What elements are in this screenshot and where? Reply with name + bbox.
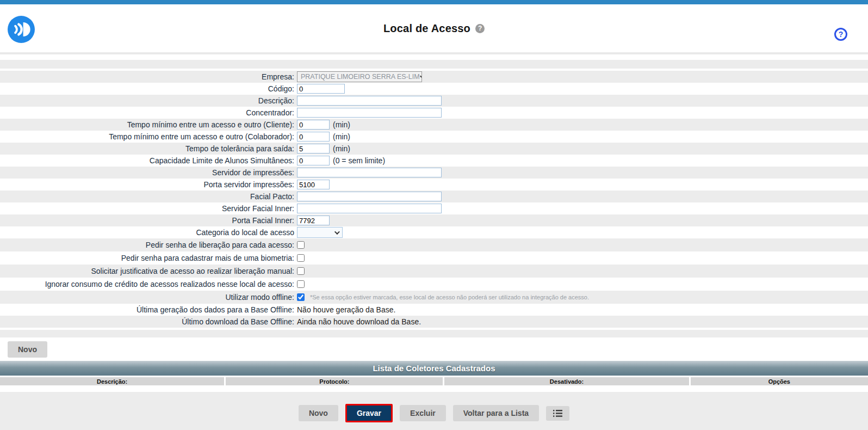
form-row-modo-offline: Utilizar modo offline: *Se essa opção es… xyxy=(0,291,868,304)
ignorar-credito-checkbox[interactable] xyxy=(297,280,305,288)
chevron-down-icon xyxy=(334,229,340,235)
porta-facial-inner-input[interactable] xyxy=(297,216,330,225)
senha-liberacao-label: Pedir senha de liberação para cada acess… xyxy=(0,241,297,249)
top-accent-bar xyxy=(0,0,868,4)
empresa-select[interactable]: PRATIQUE LIMOEIRO SERRA ES-LIM xyxy=(297,71,422,82)
descricao-label: Descrição: xyxy=(0,96,297,105)
facial-pacto-label: Facial Pacto: xyxy=(0,192,297,201)
form-row-senha-biometria: Pedir senha para cadastrar mais de uma b… xyxy=(0,251,868,265)
form-row-servidor-impressoes: Servidor de impressões: xyxy=(0,167,868,179)
empty-row-top xyxy=(0,60,868,69)
categoria-select[interactable] xyxy=(297,227,343,238)
ultima-geracao-value: Não houve geração da Base. xyxy=(297,305,395,314)
empresa-select-value: PRATIQUE LIMOEIRO SERRA ES-LIM xyxy=(301,73,420,81)
tempo-colaborador-label: Tempo mínimo entre um acesso e outro (Co… xyxy=(0,132,297,141)
tempo-colaborador-input[interactable] xyxy=(297,132,330,142)
title-help-icon[interactable]: ? xyxy=(475,24,485,33)
form-row-capacidade: Capacidade Limite de Alunos Simultâneos:… xyxy=(0,155,868,167)
porta-impressoes-input[interactable] xyxy=(297,180,330,189)
form-row-tempo-colaborador: Tempo mínimo entre um acesso e outro (Co… xyxy=(0,131,868,143)
form-row-porta-facial-inner: Porta Facial Inner: xyxy=(0,214,868,226)
capacidade-input[interactable] xyxy=(297,156,330,165)
excluir-button[interactable]: Excluir xyxy=(400,405,446,421)
modo-offline-note: *Se essa opção estiver marcada, esse loc… xyxy=(310,294,589,300)
form-row-codigo: Código: xyxy=(0,83,868,95)
form-row-porta-impressoes: Porta servidor impressões: xyxy=(0,179,868,191)
gravar-button[interactable]: Gravar xyxy=(345,404,393,422)
tempo-colaborador-suffix: (min) xyxy=(333,132,350,141)
form-row-ultimo-download: Último download da Base Offline: Ainda n… xyxy=(0,316,868,328)
local-de-acesso-form: Empresa: PRATIQUE LIMOEIRO SERRA ES-LIM … xyxy=(0,71,868,328)
codigo-input[interactable] xyxy=(297,84,345,94)
servidor-facial-inner-input[interactable] xyxy=(297,204,442,213)
concentrador-label: Concentrador: xyxy=(0,108,297,117)
list-icon xyxy=(553,410,562,417)
column-header-desativado: Desativado: xyxy=(444,377,689,385)
column-header-descricao: Descrição: xyxy=(0,377,224,385)
coletores-section-header: Lista de Coletores Cadastrados xyxy=(0,361,868,376)
list-view-button[interactable] xyxy=(546,406,569,421)
tempo-cliente-suffix: (min) xyxy=(333,120,350,129)
capacidade-label: Capacidade Limite de Alunos Simultâneos: xyxy=(0,156,297,165)
empresa-label: Empresa: xyxy=(0,72,297,81)
tolerancia-input[interactable] xyxy=(297,144,330,153)
form-row-ignorar-credito: Ignorar consumo de crédito de acessos re… xyxy=(0,278,868,291)
senha-biometria-label: Pedir senha para cadastrar mais de uma b… xyxy=(0,254,297,262)
tolerancia-label: Tempo de tolerância para saída: xyxy=(0,144,297,153)
tolerancia-suffix: (min) xyxy=(333,144,350,153)
empty-row-bottom xyxy=(0,330,868,337)
form-row-categoria: Categoria do local de acesso xyxy=(0,226,868,238)
tempo-cliente-label: Tempo mínimo entre um acesso e outro (Cl… xyxy=(0,120,297,129)
form-row-ultima-geracao: Última geração dos dados para a Base Off… xyxy=(0,304,868,316)
senha-liberacao-checkbox[interactable] xyxy=(297,241,305,249)
ignorar-credito-label: Ignorar consumo de crédito de acessos re… xyxy=(0,280,297,288)
coletores-table-header: Descrição: Protocolo: Desativado: Opções xyxy=(0,377,868,385)
categoria-label: Categoria do local de acesso xyxy=(0,228,297,237)
modo-offline-label: Utilizar modo offline: xyxy=(0,293,297,302)
page-header: Local de Acesso ? ? xyxy=(0,4,868,52)
servidor-impressoes-label: Servidor de impressões: xyxy=(0,168,297,177)
porta-facial-inner-label: Porta Facial Inner: xyxy=(0,216,297,225)
ultimo-download-value: Ainda não houve download da Base. xyxy=(297,317,421,326)
descricao-input[interactable] xyxy=(297,96,442,106)
justificativa-label: Solicitar justificativa de acesso ao rea… xyxy=(0,267,297,275)
form-row-tolerancia: Tempo de tolerância para saída: (min) xyxy=(0,143,868,155)
facial-pacto-input[interactable] xyxy=(297,192,442,201)
senha-biometria-checkbox[interactable] xyxy=(297,254,305,262)
novo-button[interactable]: Novo xyxy=(299,405,338,421)
codigo-label: Código: xyxy=(0,84,297,93)
capacidade-suffix: (0 = sem limite) xyxy=(333,156,385,165)
modo-offline-checkbox[interactable] xyxy=(297,293,305,301)
form-row-justificativa: Solicitar justificativa de acesso ao rea… xyxy=(0,265,868,278)
page-help-icon[interactable]: ? xyxy=(834,28,847,41)
form-row-senha-liberacao: Pedir senha de liberação para cada acess… xyxy=(0,238,868,251)
chevron-down-icon xyxy=(420,73,422,79)
form-row-tempo-cliente: Tempo mínimo entre um acesso e outro (Cl… xyxy=(0,119,868,131)
porta-impressoes-label: Porta servidor impressões: xyxy=(0,180,297,189)
ultima-geracao-label: Última geração dos dados para a Base Off… xyxy=(0,305,297,314)
form-row-descricao: Descrição: xyxy=(0,95,868,107)
column-header-opcoes: Opções xyxy=(691,377,868,385)
ultimo-download-label: Último download da Base Offline: xyxy=(0,317,297,326)
footer-action-bar: Novo Gravar Excluir Voltar para a Lista xyxy=(0,392,868,430)
voltar-button[interactable]: Voltar para a Lista xyxy=(453,405,539,421)
column-header-protocolo: Protocolo: xyxy=(226,377,443,385)
novo-button-top[interactable]: Novo xyxy=(8,341,47,358)
page-title: Local de Acesso xyxy=(383,22,470,35)
tempo-cliente-input[interactable] xyxy=(297,120,330,130)
form-row-concentrador: Concentrador: xyxy=(0,107,868,119)
servidor-facial-inner-label: Servidor Facial Inner: xyxy=(0,204,297,213)
concentrador-input[interactable] xyxy=(297,108,442,118)
app-logo-icon[interactable] xyxy=(8,16,35,43)
justificativa-checkbox[interactable] xyxy=(297,267,305,275)
form-row-servidor-facial-inner: Servidor Facial Inner: xyxy=(0,202,868,214)
form-row-facial-pacto: Facial Pacto: xyxy=(0,191,868,202)
form-row-empresa: Empresa: PRATIQUE LIMOEIRO SERRA ES-LIM xyxy=(0,71,868,83)
top-actions: Novo xyxy=(0,337,868,361)
servidor-impressoes-input[interactable] xyxy=(297,168,442,177)
